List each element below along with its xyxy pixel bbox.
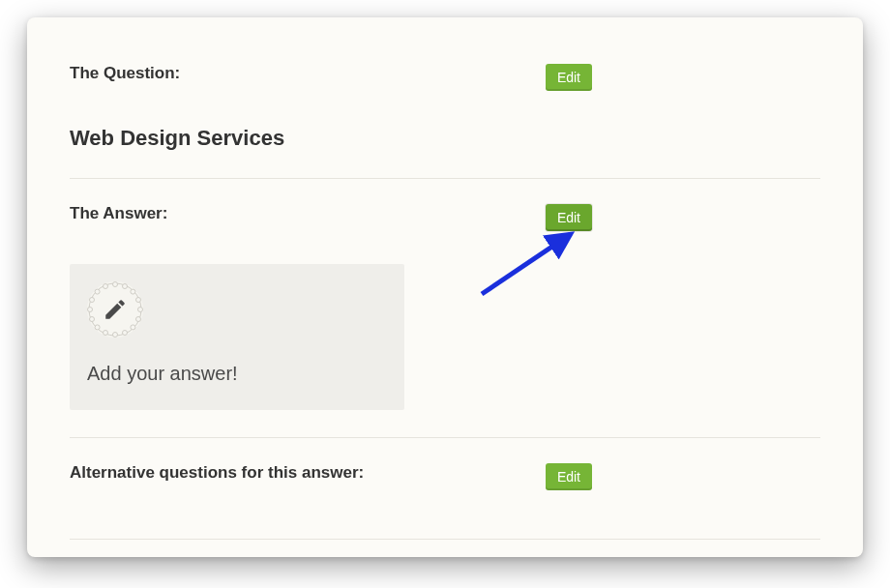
svg-point-4	[138, 308, 143, 312]
answer-placeholder-text: Add your answer!	[87, 363, 387, 385]
svg-point-10	[123, 284, 128, 289]
question-label: The Question:	[70, 64, 180, 83]
svg-point-3	[88, 308, 93, 312]
answer-section: The Answer: Edit	[70, 178, 820, 437]
question-section: The Question: Edit Web Design Services	[70, 64, 820, 178]
svg-point-1	[113, 282, 118, 287]
svg-point-6	[131, 289, 135, 294]
svg-point-11	[104, 331, 108, 336]
pencil-badge	[87, 281, 143, 338]
alternatives-section: Alternative questions for this answer: E…	[70, 437, 820, 567]
alternatives-label: Alternative questions for this answer:	[70, 463, 364, 483]
edit-alternatives-button[interactable]: Edit	[546, 463, 592, 490]
svg-point-16	[136, 317, 141, 322]
edit-answer-button[interactable]: Edit	[546, 204, 592, 231]
content-card: The Question: Edit Web Design Services T…	[27, 17, 863, 557]
svg-point-15	[136, 298, 141, 303]
svg-point-13	[90, 298, 95, 303]
bottom-divider	[70, 539, 820, 540]
svg-point-7	[95, 325, 100, 330]
edit-question-button[interactable]: Edit	[546, 64, 592, 91]
svg-point-9	[104, 284, 108, 289]
alternatives-header: Alternative questions for this answer: E…	[70, 463, 592, 490]
pencil-icon	[103, 297, 128, 322]
svg-point-8	[131, 325, 135, 330]
svg-point-5	[95, 289, 100, 294]
answer-placeholder-box[interactable]: Add your answer!	[70, 264, 404, 410]
svg-point-2	[113, 333, 118, 338]
answer-label: The Answer:	[70, 204, 167, 223]
question-text: Web Design Services	[70, 126, 820, 151]
svg-point-12	[123, 331, 128, 336]
question-header: The Question: Edit	[70, 64, 592, 91]
svg-point-14	[90, 317, 95, 322]
answer-header: The Answer: Edit	[70, 204, 592, 231]
